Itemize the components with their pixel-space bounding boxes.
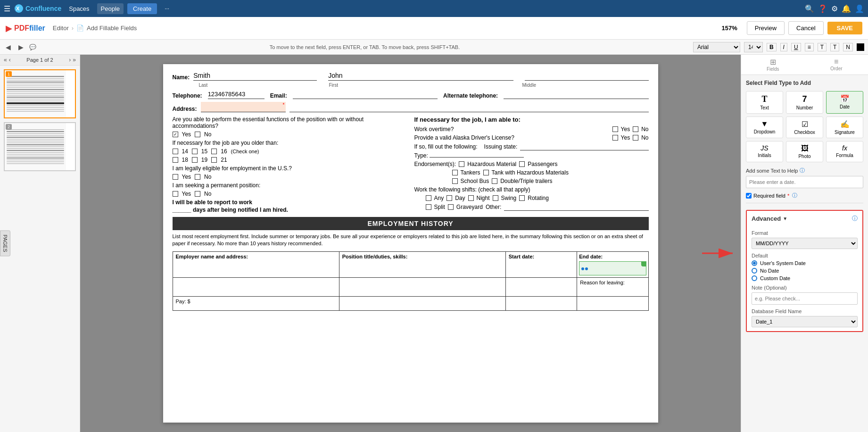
r8-day-cb[interactable] <box>446 195 452 201</box>
font-size-select[interactable]: 14 <box>744 42 763 52</box>
age-14-cb[interactable] <box>173 149 178 154</box>
bold-button[interactable]: B <box>767 43 777 51</box>
people-nav[interactable]: People <box>97 3 124 14</box>
search-icon[interactable]: 🔍 <box>805 4 814 13</box>
r9-split-cb[interactable] <box>426 204 431 210</box>
middle-name-field <box>525 72 648 81</box>
tab-order[interactable]: ≡ Order <box>805 55 868 75</box>
spaces-nav[interactable]: Spaces <box>65 3 93 14</box>
date-field[interactable] <box>579 261 646 275</box>
r9-graveyard-cb[interactable] <box>448 204 454 210</box>
prev-page-button[interactable]: ‹ <box>9 57 11 63</box>
r8-swing-cb[interactable] <box>493 195 498 201</box>
default-no-date: No Date <box>752 268 858 274</box>
preview-button[interactable]: Preview <box>747 21 785 35</box>
undo-button[interactable]: ◀ <box>4 42 13 52</box>
transform-button[interactable]: T <box>830 43 839 51</box>
no-date-radio[interactable] <box>752 268 757 274</box>
age-21-cb[interactable] <box>211 157 217 163</box>
r7-triple-cb[interactable] <box>492 178 497 184</box>
r1-yes-cb[interactable] <box>612 126 618 132</box>
field-type-signature[interactable]: ✍ Signature <box>826 116 863 138</box>
system-date-label: User's System Date <box>760 260 806 266</box>
note-input[interactable] <box>752 292 858 305</box>
r7-school-cb[interactable] <box>452 178 458 184</box>
create-button[interactable]: Create <box>127 3 157 14</box>
help-input[interactable] <box>746 176 863 188</box>
field-type-initials[interactable]: JS Initials <box>746 141 783 162</box>
profile-icon[interactable]: 👤 <box>855 4 864 13</box>
q4-yes-checkbox[interactable] <box>173 191 178 197</box>
field-type-number[interactable]: 7 Number <box>786 91 823 114</box>
r8-night-cb[interactable] <box>468 195 474 201</box>
next-page-button[interactable]: › <box>69 57 71 63</box>
r6-tank-cb[interactable] <box>452 170 458 175</box>
r8-any-cb[interactable] <box>426 195 431 201</box>
fields-tab-icon: ⊞ <box>743 58 803 66</box>
font-select[interactable]: Arial <box>693 42 740 52</box>
r6-tankhaz-cb[interactable] <box>483 170 489 175</box>
alt-telephone-field <box>504 91 648 99</box>
text-button[interactable]: T <box>818 43 827 51</box>
r2-no: No <box>641 134 648 141</box>
r1-no: No <box>641 126 648 133</box>
q4-no-checkbox[interactable] <box>195 191 200 197</box>
system-date-radio[interactable] <box>752 260 757 266</box>
redo-button[interactable]: ▶ <box>17 42 25 52</box>
r2-yes-cb[interactable] <box>612 135 618 141</box>
photo-icon: 🖼 <box>801 144 809 153</box>
format-select[interactable]: MM/DD/YYYY <box>752 238 858 249</box>
pages-sidebar-tab[interactable]: PAGES <box>0 230 10 256</box>
initials-label: Initials <box>758 153 771 158</box>
field-type-dropdown[interactable]: ▼ Dropdown <box>746 116 783 138</box>
q1-yes-checkbox[interactable]: ✓ <box>173 132 178 137</box>
r8-rotating-cb[interactable] <box>519 195 525 201</box>
address-field[interactable]: * <box>201 102 286 112</box>
save-button[interactable]: SAVE <box>827 22 862 34</box>
age-16-cb[interactable] <box>211 149 217 154</box>
number-label: Number <box>796 105 813 110</box>
field-type-date[interactable]: 📅 Date <box>826 91 863 114</box>
last-page-button[interactable]: » <box>73 57 76 63</box>
custom-date-radio[interactable] <box>752 275 757 281</box>
underline-button[interactable]: U <box>791 43 801 51</box>
notifications-icon[interactable]: 🔔 <box>842 4 851 13</box>
r1-no-cb[interactable] <box>633 126 638 132</box>
italic-button[interactable]: I <box>780 43 787 51</box>
db-field-select[interactable]: Date_1 <box>752 316 858 327</box>
normal-button[interactable]: N <box>843 43 853 51</box>
field-type-checkbox[interactable]: ☑ Checkbox <box>786 116 823 138</box>
required-checkbox[interactable] <box>746 193 752 199</box>
page-thumbnail-2[interactable]: 2 <box>4 122 76 171</box>
r8-swing: Swing <box>501 195 517 201</box>
align-button[interactable]: ≡ <box>805 43 814 51</box>
page-thumbnail-1[interactable]: 1 <box>4 69 76 118</box>
field-type-text[interactable]: T Text <box>746 91 783 114</box>
more-nav[interactable]: ··· <box>161 3 173 14</box>
handle-left[interactable] <box>581 267 584 270</box>
r5-pass-cb[interactable] <box>519 161 525 167</box>
r2-no-cb[interactable] <box>633 135 638 141</box>
age-18-cb[interactable] <box>173 157 178 163</box>
q3-yes-checkbox[interactable] <box>173 174 178 180</box>
q3-no-checkbox[interactable] <box>195 174 200 180</box>
handle-right[interactable] <box>585 267 588 270</box>
advanced-header[interactable]: Advanced ▼ ⓘ <box>747 211 862 226</box>
r7-school: School Bus <box>461 178 489 184</box>
first-page-button[interactable]: « <box>4 57 7 63</box>
field-type-formula[interactable]: fx Formula <box>826 141 863 162</box>
q1-no-checkbox[interactable] <box>195 132 200 137</box>
r5-haz-cb[interactable] <box>459 161 464 167</box>
color-box[interactable] <box>857 43 864 51</box>
tab-fields[interactable]: ⊞ Fields <box>741 55 805 75</box>
settings-icon[interactable]: ⚙ <box>831 4 838 13</box>
position-cell-2 <box>339 277 505 296</box>
age-19-cb[interactable] <box>192 157 198 163</box>
help-icon[interactable]: ❓ <box>818 4 827 13</box>
cancel-button[interactable]: Cancel <box>788 21 823 35</box>
field-type-photo[interactable]: 🖼 Photo <box>786 141 823 162</box>
hamburger-menu[interactable]: ☰ <box>4 4 10 13</box>
questions-section: Are you able to perform the essential fu… <box>173 116 649 213</box>
age-15-cb[interactable] <box>192 149 198 154</box>
thumb-num-1: 1 <box>6 71 12 77</box>
